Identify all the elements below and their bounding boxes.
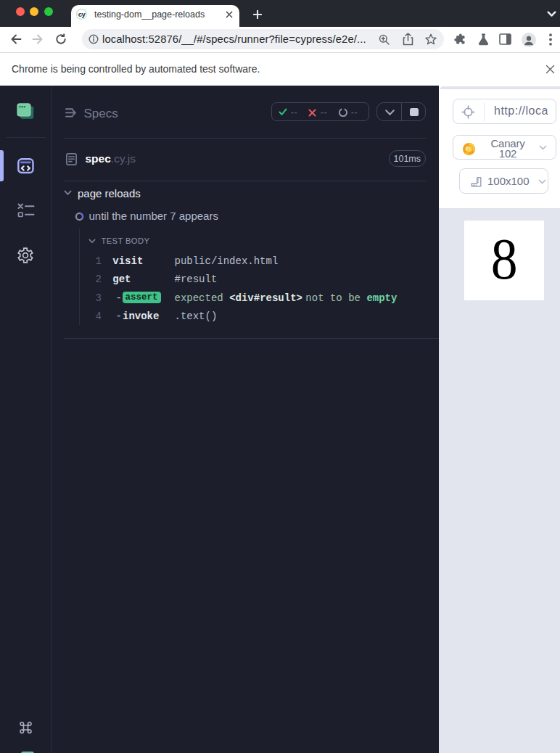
svg-text:cy: cy	[78, 10, 86, 18]
